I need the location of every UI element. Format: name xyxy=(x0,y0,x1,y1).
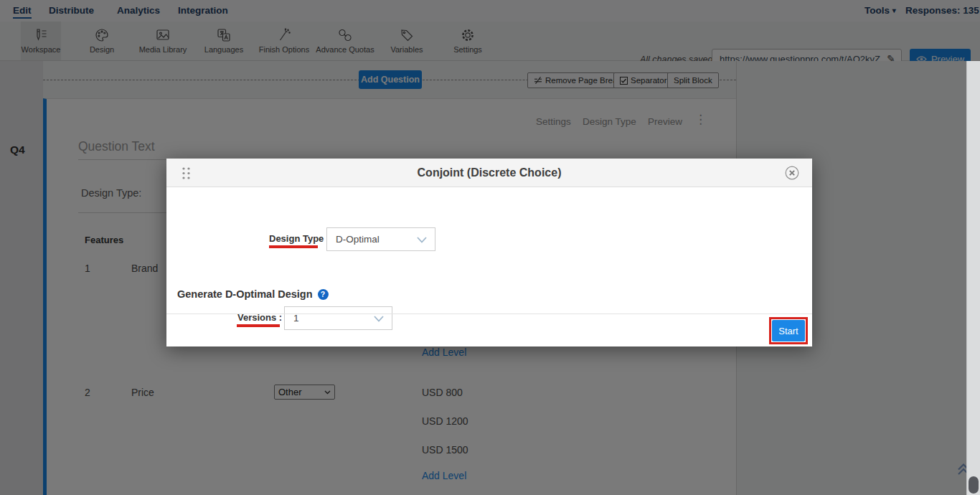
design-type-dropdown-value: D-Optimal xyxy=(336,228,380,250)
design-type-dropdown[interactable]: D-Optimal xyxy=(326,227,435,251)
modal-design-type-label: Design Type xyxy=(269,233,324,244)
help-icon[interactable]: ? xyxy=(318,289,329,300)
dialog-title: Conjoint (Discrete Choice) xyxy=(166,159,812,187)
design-type-highlight-underline xyxy=(269,245,318,248)
generate-d-optimal-heading: Generate D-Optimal Design ? xyxy=(177,288,329,300)
scrollbar-thumb[interactable] xyxy=(969,476,979,494)
dialog-footer-divider xyxy=(166,314,812,314)
start-button[interactable]: Start xyxy=(772,320,805,341)
generate-d-optimal-text: Generate D-Optimal Design xyxy=(177,288,313,300)
versions-dropdown[interactable]: 1 xyxy=(284,306,392,330)
chevron-down-icon xyxy=(417,237,427,243)
chevron-down-icon xyxy=(374,316,384,322)
start-button-highlight-frame: Start xyxy=(769,317,808,344)
dialog-body: Design Type D-Optimal Generate D-Optimal… xyxy=(166,187,812,314)
dialog-header: Conjoint (Discrete Choice) xyxy=(166,159,812,187)
versions-dropdown-value: 1 xyxy=(293,307,299,329)
scrollbar-track[interactable] xyxy=(966,61,980,495)
versions-highlight-underline xyxy=(237,324,280,327)
close-icon[interactable] xyxy=(785,166,799,180)
conjoint-settings-dialog: Conjoint (Discrete Choice) Design Type D… xyxy=(166,159,812,346)
